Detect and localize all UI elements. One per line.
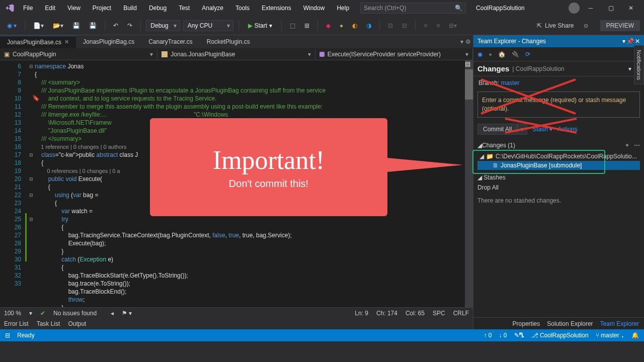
outdent-icon[interactable]: ⊟ (399, 21, 410, 31)
tab-jonaspluginbase[interactable]: JonasPluginBase.cs✕ (0, 36, 76, 48)
liveshare-button[interactable]: Live Share (545, 22, 574, 29)
tab-rocketplugin[interactable]: RocketPlugin.cs (200, 36, 257, 48)
actions-button[interactable]: Actions (557, 126, 577, 133)
play-icon: ▶ (248, 22, 253, 29)
editor-tabs: JonasPluginBase.cs✕ JonasPluginBag.cs Ca… (0, 35, 473, 48)
menu-debug[interactable]: Debug (144, 3, 172, 14)
vertical-scrollbar[interactable]: ▤ (465, 60, 473, 307)
menu-extensions[interactable]: Extensions (257, 3, 296, 14)
preview-button[interactable]: PREVIEW (600, 20, 640, 31)
config-combo[interactable]: Debug (146, 20, 180, 31)
xrm-icon-1[interactable]: ◆ (323, 21, 334, 31)
changes-list-header[interactable]: ◢ Changes (1) + ⋯ (473, 139, 644, 152)
nav-bar: ▣CoolRappPlugin▾ Jonas.JonasPluginBase▾ … (0, 48, 473, 60)
comment-icon[interactable]: ≡ (421, 21, 430, 31)
menu-help[interactable]: Help (332, 3, 354, 14)
back-button[interactable]: ◉ ▾ (4, 21, 20, 31)
mouse-cursor-icon: ↖ (518, 330, 525, 339)
menu-file[interactable]: File (18, 3, 38, 14)
xrm-icon-3[interactable]: ◐ (349, 21, 360, 31)
branch-indicator[interactable]: ⑂ master ▴ (596, 332, 624, 339)
tab-team-explorer[interactable]: Team Explorer (600, 320, 639, 327)
branch-link[interactable]: master (501, 79, 520, 86)
plug-icon[interactable]: 🔌 (512, 51, 519, 58)
tree-folder-row[interactable]: ◢📁C:\Dev\GitHub\CoolRappRockets\CoolRapp… (477, 152, 640, 161)
new-button[interactable]: 📄▾ (30, 21, 47, 31)
back-icon[interactable]: ◉ (477, 51, 482, 58)
stashes-header[interactable]: ◢ Stashes (473, 170, 644, 183)
notifications-icon[interactable]: 🔔 (631, 332, 639, 339)
open-button[interactable]: 📂▾ (50, 21, 66, 31)
drop-all-link[interactable]: Drop All (473, 183, 644, 195)
menu-edit[interactable]: Edit (40, 3, 60, 14)
bottom-tool-tabs: Error List Task List Output (0, 318, 473, 329)
redo-button[interactable]: ↷ (124, 21, 135, 31)
commit-message-input[interactable]: Enter a commit message (required) or sta… (477, 92, 640, 118)
search-input[interactable]: Search (Ctrl+Q)🔍 (360, 3, 466, 14)
notifications-side-tab[interactable]: Notifications (634, 45, 644, 84)
tree-file-row[interactable]: 🗎JonasPluginBase [submodule] (477, 161, 640, 170)
forward-icon[interactable]: ● (489, 51, 492, 58)
user-avatar[interactable] (569, 3, 580, 14)
stash-button[interactable]: Stash ▾ (532, 126, 552, 133)
menu-window[interactable]: Window (298, 3, 330, 14)
xrm-icon-4[interactable]: ◑ (363, 21, 374, 31)
refresh-icon[interactable]: ⟳ (525, 51, 530, 58)
stage-all-icon[interactable]: + ⋯ (625, 142, 640, 149)
split-handle-icon[interactable]: ▤ (465, 60, 473, 68)
misc-icon[interactable]: ⊞▾ (446, 21, 460, 31)
undo-button[interactable]: ↶ (110, 21, 121, 31)
pull-icon[interactable]: ↓ 0 (499, 332, 507, 339)
file-icon: 🗎 (493, 162, 499, 169)
tab-solution-explorer[interactable]: Solution Explorer (547, 320, 593, 327)
method-icon (319, 52, 325, 57)
nav-project[interactable]: ▣CoolRappPlugin▾ (0, 49, 157, 59)
close-panel-icon[interactable]: ✕ (635, 38, 640, 45)
publish-icon[interactable]: ↑ 0 (484, 332, 492, 339)
feedback-icon[interactable]: ☺ (583, 22, 589, 29)
uncomment-icon[interactable]: ≡ (433, 21, 443, 31)
menu-tools[interactable]: Tools (230, 3, 255, 14)
nav-member[interactable]: Execute(IServiceProvider serviceProvider… (315, 49, 473, 59)
minimize-button[interactable]: ─ (582, 1, 600, 15)
commit-all-dropdown[interactable]: ▾ (517, 124, 527, 135)
team-explorer-panel: Team Explorer - Changes ▾ 📌 ✕ ◉ ● 🏠 🔌 ⟳ … (473, 35, 644, 329)
nav-class[interactable]: Jonas.JonasPluginBase▾ (157, 49, 315, 59)
status-bar: ⊟ Ready ↑ 0 ↓ 0 ✎ 1 ⎇ CoolRappSolution ⑂… (0, 329, 644, 341)
dropdown-icon[interactable]: ▾ (622, 38, 625, 45)
pin-icon[interactable]: 📌 (626, 38, 634, 45)
indent-icon[interactable]: ⊟ (385, 21, 396, 31)
zoom-level[interactable]: 100 % (4, 310, 21, 317)
platform-combo[interactable]: Any CPU (183, 20, 233, 31)
scroll-thumb[interactable] (465, 69, 473, 100)
menu-test[interactable]: Test (174, 3, 195, 14)
save-button[interactable]: 💾 (69, 21, 83, 31)
save-all-button[interactable]: 💾 (86, 21, 100, 31)
tool-icon-2[interactable]: ⊞ (301, 21, 312, 31)
panel-tabs: Properties Solution Explorer Team Explor… (473, 317, 644, 329)
tool-icon-1[interactable]: ⬚ (287, 21, 298, 31)
xrm-icon-2[interactable]: ● (337, 21, 346, 31)
tab-task-list[interactable]: Task List (37, 320, 60, 327)
tab-jonaspluginbag[interactable]: JonasPluginBag.cs (76, 36, 141, 48)
no-stashes-text: There are no stashed changes. (473, 195, 644, 206)
menu-view[interactable]: View (62, 3, 86, 14)
tab-output[interactable]: Output (68, 320, 86, 327)
close-button[interactable]: ✕ (622, 1, 640, 15)
repo-icon[interactable]: ⎇ CoolRappSolution (531, 332, 589, 339)
close-icon[interactable]: ✕ (64, 39, 69, 45)
tab-canarytracer[interactable]: CanaryTracer.cs (141, 36, 200, 48)
tab-gear-icon[interactable]: ⚙ (465, 38, 471, 45)
tab-properties[interactable]: Properties (513, 320, 540, 327)
char-indicator: Ch: 174 (376, 310, 397, 317)
nav-icon[interactable]: ⚑ ▾ (122, 310, 132, 317)
maximize-button[interactable]: ▢ (602, 1, 620, 15)
menu-build[interactable]: Build (118, 3, 142, 14)
tab-dropdown-icon[interactable]: ▾ (460, 38, 463, 45)
tab-error-list[interactable]: Error List (4, 320, 29, 327)
commit-all-button[interactable]: Commit All (477, 124, 517, 135)
menu-project[interactable]: Project (88, 3, 116, 14)
start-button[interactable]: ▶Start ▾ (244, 21, 276, 31)
home-icon[interactable]: 🏠 (498, 51, 506, 58)
menu-analyze[interactable]: Analyze (197, 3, 228, 14)
